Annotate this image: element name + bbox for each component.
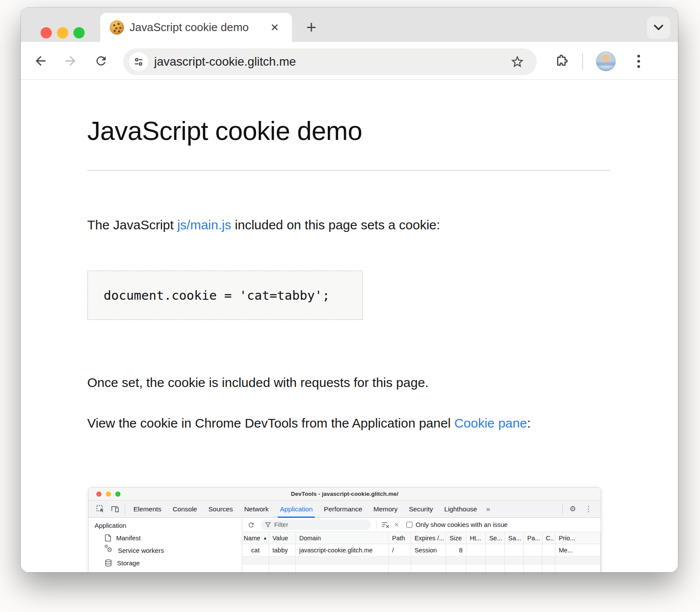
cell-value: tabby [269, 544, 296, 556]
site-settings-icon [133, 56, 144, 67]
cookie-table-row: cat tabby javascript-cookie.glitch.me / … [242, 544, 601, 556]
devtools-tab-lighthouse: Lighthouse [439, 501, 483, 518]
devtools-tab-sources: Sources [203, 501, 239, 518]
back-button[interactable] [30, 51, 51, 71]
code-text: document.cookie = 'cat=tabby'; [88, 288, 330, 303]
minimize-window-button[interactable] [57, 27, 68, 38]
cookies-toolbar: Filter ✕ Only show cookies with an issue [242, 518, 601, 532]
zoom-window-button[interactable] [73, 27, 85, 38]
forward-button[interactable] [60, 51, 81, 71]
filter-placeholder: Filter [274, 521, 288, 528]
funnel-icon [265, 522, 271, 528]
clear-filter-icon [382, 521, 390, 528]
cell-httponly [466, 544, 486, 556]
refresh-icon [247, 521, 255, 529]
devtools-screenshot: DevTools - javascript-cookie.glitch.me/ … [88, 487, 601, 572]
devtools-titlebar: DevTools - javascript-cookie.glitch.me/ [89, 488, 601, 501]
empty-table-row [242, 556, 601, 565]
paragraph-text: The JavaScript [87, 218, 177, 232]
sort-asc-icon: ▲ [263, 536, 267, 540]
sidebar-item-manifest: Manifest [105, 533, 141, 543]
devtools-tab-console: Console [167, 501, 203, 518]
reload-button[interactable] [91, 51, 111, 71]
paragraph-once-set: Once set, the cookie is included with re… [87, 375, 428, 390]
main-js-link[interactable]: js/main.js [177, 218, 231, 232]
devtools-settings-gear-icon: ⚙ [565, 504, 580, 514]
cell-name: cat [242, 544, 269, 556]
tab-strip: JavaScript cookie demo ✕ + [21, 8, 678, 42]
column-header-samesite: Sa... [505, 532, 524, 544]
devtools-divider [376, 520, 377, 529]
filter-input: Filter [261, 520, 371, 530]
sidebar-panel-title: Application [95, 522, 126, 529]
code-block: document.cookie = 'cat=tabby'; [87, 270, 363, 320]
column-header-secure: Se... [486, 532, 505, 544]
gears-icon: ⚙⚙ [105, 546, 113, 554]
device-toolbar-icon [108, 501, 122, 518]
sidebar-item-label: Manifest [116, 534, 141, 542]
cell-domain: javascript-cookie.glitch.me [296, 544, 389, 556]
browser-window: JavaScript cookie demo ✕ + [21, 8, 678, 572]
devtools-divider [562, 504, 563, 514]
cell-path: / [389, 544, 411, 556]
column-header-partition: Pa... [524, 532, 542, 544]
devtools-tab-elements: Elements [128, 501, 167, 518]
close-window-button[interactable] [41, 27, 52, 38]
cell-size: 8 [446, 544, 466, 556]
cookie-pane-link[interactable]: Cookie pane [454, 416, 527, 430]
url-text: javascript-cookie.glitch.me [154, 48, 296, 75]
cell-partition [524, 544, 542, 556]
column-header-value: Value [269, 532, 296, 544]
new-tab-button[interactable]: + [300, 16, 323, 39]
devtools-body: Application Manifest ⚙⚙ Service workers [89, 518, 601, 572]
cell-priority: Me... [555, 544, 601, 556]
toolbar-divider [582, 53, 583, 70]
reload-icon [94, 54, 108, 68]
forward-arrow-icon [63, 54, 78, 68]
bookmark-button[interactable] [509, 54, 526, 70]
column-header-name: Name▲ [242, 532, 269, 544]
puzzle-icon [554, 54, 569, 68]
database-icon [105, 559, 112, 567]
paragraph-view-cookie: View the cookie in Chrome DevTools from … [87, 412, 541, 434]
cookies-table-header: Name▲ Value Domain Path Expires /... Siz… [242, 532, 601, 544]
devtools-tab-application: Application [274, 501, 318, 518]
browser-tab[interactable]: JavaScript cookie demo ✕ [100, 13, 292, 42]
checkbox-label: Only show cookies with an issue [416, 521, 508, 528]
column-header-size: Size [446, 532, 466, 544]
sidebar-item-label: Storage [117, 559, 140, 567]
devtools-minimize-icon [106, 492, 111, 497]
inspect-element-icon [93, 501, 108, 518]
tab-title: JavaScript cookie demo [130, 13, 249, 42]
paragraph-text: View the cookie in Chrome DevTools from … [87, 416, 454, 430]
column-header-domain: Domain [296, 532, 389, 544]
devtools-menu-icon: ⋮ [580, 504, 596, 514]
devtools-tab-bar: Elements Console Sources Network Applica… [89, 501, 601, 518]
devtools-sidebar: Application Manifest ⚙⚙ Service workers [89, 518, 242, 572]
paragraph-text: : [527, 416, 530, 430]
close-tab-icon[interactable]: ✕ [267, 20, 282, 35]
profile-avatar[interactable] [596, 51, 616, 71]
address-bar[interactable]: javascript-cookie.glitch.me [123, 48, 537, 75]
cell-secure [486, 544, 505, 556]
cell-c [542, 544, 555, 556]
column-header-priority: Prio... [555, 532, 601, 544]
browser-menu-button[interactable] [629, 51, 649, 71]
site-settings-button[interactable] [129, 52, 148, 71]
sidebar-item-service-workers: ⚙⚙ Service workers [105, 545, 164, 555]
cell-samesite [505, 544, 524, 556]
devtools-tab-performance: Performance [318, 501, 368, 518]
three-dot-menu-icon [637, 54, 640, 69]
column-header-httponly: Ht... [466, 532, 486, 544]
paragraph-text: included on this page sets a cookie: [231, 218, 440, 232]
paragraph-sets-cookie: The JavaScript js/main.js included on th… [87, 218, 440, 232]
cookie-favicon-icon [110, 20, 124, 35]
devtools-close-icon [96, 492, 101, 497]
sidebar-item-label: Service workers [118, 547, 164, 554]
devtools-tab-network: Network [238, 501, 274, 518]
extensions-button[interactable] [551, 51, 572, 71]
devtools-tab-memory: Memory [368, 501, 403, 518]
column-header-c: C.. [542, 532, 555, 544]
star-icon [510, 54, 525, 69]
tab-search-button[interactable] [647, 16, 670, 39]
